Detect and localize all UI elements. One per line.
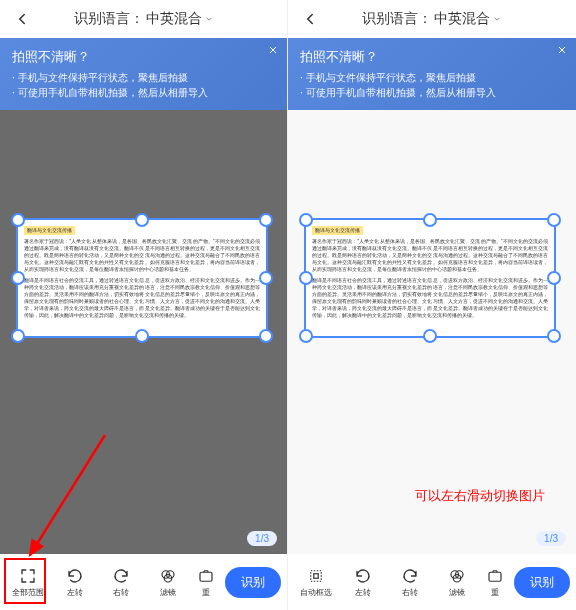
crop-handle-tm[interactable] bbox=[423, 213, 437, 227]
tip-line-2: · 可使用手机自带相机拍摄，然后从相册导入 bbox=[12, 85, 275, 100]
header: 识别语言： 中英混合 bbox=[0, 0, 287, 38]
crop-handle-ml[interactable] bbox=[11, 271, 25, 285]
tool-filter[interactable]: 滤镜 bbox=[146, 566, 191, 598]
doc-title: 翻译与文化交流传播 bbox=[24, 226, 75, 235]
tip-title: 拍照不清晰？ bbox=[300, 48, 564, 66]
page-counter: 1/3 bbox=[536, 531, 566, 546]
language-value: 中英混合 bbox=[146, 10, 202, 28]
tool-auto-select[interactable]: 自动框选 bbox=[294, 566, 339, 598]
header: 识别语言： 中英混合 bbox=[288, 0, 576, 38]
tip-close-button[interactable] bbox=[556, 44, 568, 56]
tool-rotate-right[interactable]: 右转 bbox=[99, 566, 144, 598]
crop-handle-tr[interactable] bbox=[547, 213, 561, 227]
crop-handle-mr[interactable] bbox=[259, 271, 273, 285]
title-prefix: 识别语言： bbox=[362, 10, 432, 28]
crop-handle-bl[interactable] bbox=[11, 329, 25, 343]
phone-left: 识别语言： 中英混合 拍照不清晰？ · 手机与文件保持平行状态，聚焦后拍摄 · … bbox=[0, 0, 288, 610]
language-selector[interactable]: 识别语言： 中英混合 bbox=[74, 10, 214, 28]
tool-retake-label: 重 bbox=[202, 587, 210, 598]
doc-title: 翻译与文化交流传播 bbox=[312, 226, 363, 235]
content-area: 翻译与文化交流传播 著名作家于冠西说："人类文化从整体来说，是各国、各民族文化汇… bbox=[0, 110, 287, 554]
svg-rect-5 bbox=[314, 574, 319, 579]
auto-select-icon bbox=[306, 566, 326, 586]
tool-filter[interactable]: 滤镜 bbox=[434, 566, 479, 598]
tool-fullscreen-label: 全部范围 bbox=[12, 587, 44, 598]
recognize-button[interactable]: 识别 bbox=[225, 567, 281, 598]
tool-filter-label: 滤镜 bbox=[449, 587, 465, 598]
document-preview: 翻译与文化交流传播 著名作家于冠西说："人类文化从整体来说，是各国、各民族文化汇… bbox=[18, 220, 266, 329]
tool-rotate-right-label: 右转 bbox=[113, 587, 129, 598]
tool-retake-label: 重 bbox=[491, 587, 499, 598]
crop-handle-tm[interactable] bbox=[135, 213, 149, 227]
crop-handle-tl[interactable] bbox=[11, 213, 25, 227]
back-button[interactable] bbox=[298, 7, 322, 31]
tip-banner: 拍照不清晰？ · 手机与文件保持平行状态，聚焦后拍摄 · 可使用手机自带相机拍摄… bbox=[0, 38, 287, 110]
chevron-down-icon bbox=[492, 14, 502, 24]
retake-icon bbox=[196, 566, 216, 586]
title-prefix: 识别语言： bbox=[74, 10, 144, 28]
tool-rotate-right[interactable]: 右转 bbox=[388, 566, 433, 598]
crop-handle-br[interactable] bbox=[259, 329, 273, 343]
filter-icon bbox=[158, 566, 178, 586]
rotate-right-icon bbox=[400, 566, 420, 586]
crop-box[interactable]: 翻译与文化交流传播 著名作家于冠西说："人类文化从整体来说，是各国、各民族文化汇… bbox=[16, 218, 268, 338]
svg-rect-9 bbox=[489, 572, 501, 581]
tip-title: 拍照不清晰？ bbox=[12, 48, 275, 66]
tip-line-1: · 手机与文件保持平行状态，聚焦后拍摄 bbox=[300, 70, 564, 85]
phone-right: 识别语言： 中英混合 拍照不清晰？ · 手机与文件保持平行状态，聚焦后拍摄 · … bbox=[288, 0, 576, 610]
tool-filter-label: 滤镜 bbox=[160, 587, 176, 598]
doc-para-2: 翻译是不同语言社会的交流工具，通过转述语言文化信息，促进双方政治、经济和文化交流… bbox=[24, 277, 260, 319]
crop-handle-tl[interactable] bbox=[299, 213, 313, 227]
tool-rotate-left-label: 左转 bbox=[67, 587, 83, 598]
toolbar: 自动框选 左转 右转 滤镜 bbox=[288, 554, 576, 610]
doc-para-1: 著名作家于冠西说："人类文化从整体来说，是各国、各民族文化汇聚、交流的产物。"不… bbox=[24, 238, 260, 273]
crop-handle-ml[interactable] bbox=[299, 271, 313, 285]
language-value: 中英混合 bbox=[434, 10, 490, 28]
tool-fullscreen[interactable]: 全部范围 bbox=[6, 566, 51, 598]
crop-box[interactable]: 翻译与文化交流传播 著名作家于冠西说："人类文化从整体来说，是各国、各民族文化汇… bbox=[304, 218, 556, 338]
tool-auto-select-label: 自动框选 bbox=[300, 587, 332, 598]
tip-close-button[interactable] bbox=[267, 44, 279, 56]
document-preview: 翻译与文化交流传播 著名作家于冠西说："人类文化从整体来说，是各国、各民族文化汇… bbox=[306, 220, 554, 329]
chevron-left-icon bbox=[13, 10, 31, 28]
crop-handle-bl[interactable] bbox=[299, 329, 313, 343]
tool-rotate-right-label: 右转 bbox=[402, 587, 418, 598]
close-icon bbox=[267, 44, 279, 56]
annotation-swipe-hint: 可以左右滑动切换图片 bbox=[415, 487, 545, 505]
tool-rotate-left[interactable]: 左转 bbox=[53, 566, 98, 598]
tip-line-1: · 手机与文件保持平行状态，聚焦后拍摄 bbox=[12, 70, 275, 85]
tool-retake[interactable]: 重 bbox=[192, 566, 219, 598]
crop-handle-mr[interactable] bbox=[547, 271, 561, 285]
back-button[interactable] bbox=[10, 7, 34, 31]
tool-rotate-left[interactable]: 左转 bbox=[341, 566, 386, 598]
close-icon bbox=[556, 44, 568, 56]
crop-handle-tr[interactable] bbox=[259, 213, 273, 227]
crop-handle-bm[interactable] bbox=[135, 329, 149, 343]
rotate-left-icon bbox=[65, 566, 85, 586]
tip-line-2: · 可使用手机自带相机拍摄，然后从相册导入 bbox=[300, 85, 564, 100]
recognize-button[interactable]: 识别 bbox=[514, 567, 570, 598]
doc-para-1: 著名作家于冠西说："人类文化从整体来说，是各国、各民族文化汇聚、交流的产物。"不… bbox=[312, 238, 548, 273]
tip-banner: 拍照不清晰？ · 手机与文件保持平行状态，聚焦后拍摄 · 可使用手机自带相机拍摄… bbox=[288, 38, 576, 110]
tool-rotate-left-label: 左转 bbox=[355, 587, 371, 598]
svg-rect-4 bbox=[311, 571, 322, 582]
rotate-right-icon bbox=[111, 566, 131, 586]
crop-handle-bm[interactable] bbox=[423, 329, 437, 343]
doc-para-2: 翻译是不同语言社会的交流工具，通过转述语言文化信息，促进双方政治、经济和文化交流… bbox=[312, 277, 548, 319]
tool-retake[interactable]: 重 bbox=[481, 566, 508, 598]
rotate-left-icon bbox=[353, 566, 373, 586]
fullscreen-icon bbox=[18, 566, 38, 586]
filter-icon bbox=[447, 566, 467, 586]
svg-rect-3 bbox=[200, 572, 212, 581]
language-selector[interactable]: 识别语言： 中英混合 bbox=[362, 10, 502, 28]
retake-icon bbox=[485, 566, 505, 586]
page-counter: 1/3 bbox=[247, 531, 277, 546]
chevron-down-icon bbox=[204, 14, 214, 24]
toolbar: 全部范围 左转 右转 滤镜 bbox=[0, 554, 287, 610]
chevron-left-icon bbox=[301, 10, 319, 28]
crop-handle-br[interactable] bbox=[547, 329, 561, 343]
